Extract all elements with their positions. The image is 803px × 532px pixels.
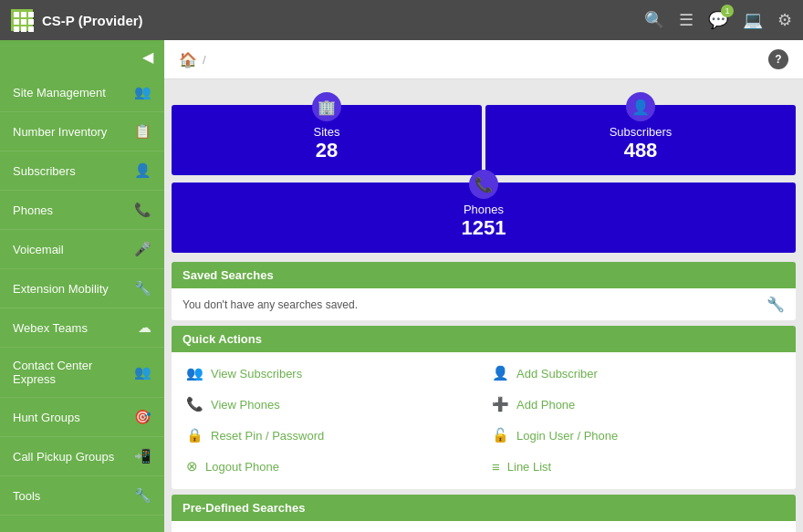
sidebar-icon-subscribers: 👤 xyxy=(134,162,151,179)
sidebar-icon-contact-center-express: 👥 xyxy=(134,364,151,381)
sidebar-label-phones: Phones xyxy=(13,203,134,217)
sidebar-icon-phones: 📞 xyxy=(134,202,151,218)
predef-icon-line-search: ⊞ xyxy=(182,528,194,532)
qa-icon-logout-phone: ⊗ xyxy=(186,458,198,475)
qa-line-list[interactable]: ≡ Line List xyxy=(488,453,785,480)
sidebar-icon-voicemail: 🎤 xyxy=(134,241,151,257)
predefined-searches-section: Pre-Defined Searches ⊞ Line Search ↔ Num… xyxy=(172,495,796,532)
qa-logout-phone[interactable]: ⊗ Logout Phone xyxy=(182,453,479,480)
qa-icon-view-phones: 📞 xyxy=(186,396,203,412)
sidebar-label-contact-center-express: Contact Center Express xyxy=(13,359,134,386)
sidebar-item-subscribers[interactable]: Subscribers 👤 xyxy=(0,151,164,191)
sidebar-label-site-management: Site Management xyxy=(13,86,134,99)
breadcrumb-separator: / xyxy=(203,53,206,67)
qa-add-subscriber[interactable]: 👤 Add Subscriber xyxy=(488,360,785,387)
sidebar-icon-tools: 🔧 xyxy=(134,487,151,504)
saved-searches-body: You don't have any searches saved. 🔧 xyxy=(172,288,796,320)
qa-label-view-subscribers: View Subscribers xyxy=(211,367,302,381)
sidebar-label-number-inventory: Number Inventory xyxy=(13,125,134,139)
qa-label-logout-phone: Logout Phone xyxy=(205,460,279,474)
qa-label-login-user-phone: Login User / Phone xyxy=(516,429,618,443)
sidebar-item-tools[interactable]: Tools 🔧 xyxy=(0,476,164,516)
qa-icon-reset-pin: 🔒 xyxy=(186,427,203,443)
qa-label-add-phone: Add Phone xyxy=(516,398,575,412)
quick-actions-body: 👥 View Subscribers 👤 Add Subscriber 📞 Vi… xyxy=(172,352,796,489)
sidebar-item-hunt-groups[interactable]: Hunt Groups 🎯 xyxy=(0,398,164,437)
sidebar-label-hunt-groups: Hunt Groups xyxy=(13,411,134,424)
qa-icon-add-subscriber: 👤 xyxy=(492,365,509,381)
sidebar-item-webex-teams[interactable]: Webex Teams ☁ xyxy=(0,308,164,348)
sidebar-label-tools: Tools xyxy=(13,489,134,503)
tile-sites-label: Sites xyxy=(314,125,340,139)
sidebar-icon-extension-mobility: 🔧 xyxy=(134,280,151,297)
qa-icon-line-list: ≡ xyxy=(492,459,500,475)
tile-sites-count: 28 xyxy=(316,139,338,162)
predefined-searches-body: ⊞ Line Search ↔ Numbers List xyxy=(172,521,796,532)
sidebar-item-phones[interactable]: Phones 📞 xyxy=(0,191,164,230)
sidebar-icon-site-management: 👥 xyxy=(134,84,151,100)
tile-phones-label: Phones xyxy=(464,203,504,216)
list-icon[interactable]: ☰ xyxy=(679,10,694,30)
qa-icon-view-subscribers: 👥 xyxy=(186,365,203,381)
sidebar-label-voicemail: Voicemail xyxy=(13,243,134,256)
sidebar-item-extension-mobility[interactable]: Extension Mobility 🔧 xyxy=(0,269,164,308)
quick-actions-header: Quick Actions xyxy=(172,326,796,352)
tiles-wrapper: 🏢 Sites 28 👤 Subscribers 488 📞 Phones 12… xyxy=(164,98,803,256)
qa-view-phones[interactable]: 📞 View Phones xyxy=(182,391,479,418)
qa-label-view-phones: View Phones xyxy=(211,398,280,412)
help-icon[interactable]: ? xyxy=(768,49,788,69)
sidebar-icon-webex-teams: ☁ xyxy=(138,319,151,336)
sidebar-item-voicemail[interactable]: Voicemail 🎤 xyxy=(0,230,164,269)
tile-phones[interactable]: 📞 Phones 1251 xyxy=(172,183,796,253)
tile-phones-icon: 📞 xyxy=(469,170,498,199)
qa-label-line-list: Line List xyxy=(507,460,551,474)
tile-subscribers-icon: 👤 xyxy=(626,92,655,121)
breadcrumb-left: 🏠 / xyxy=(179,51,206,68)
predef-line-search[interactable]: ⊞ Line Search xyxy=(182,528,265,532)
tile-subscribers-count: 488 xyxy=(624,139,658,162)
search-icon[interactable]: 🔍 xyxy=(644,10,664,30)
predef-icon-numbers-list: ↔ xyxy=(283,529,297,533)
main-layout: ◀ Site Management 👥 Number Inventory 📋 S… xyxy=(0,40,803,532)
sidebar-item-call-pickup-groups[interactable]: Call Pickup Groups 📲 xyxy=(0,437,164,476)
breadcrumb-bar: 🏠 / ? xyxy=(164,40,803,79)
sidebar-icon-number-inventory: 📋 xyxy=(134,123,151,140)
app-title: CS-P (Provider) xyxy=(42,13,635,28)
sidebar-item-site-management[interactable]: Site Management 👥 xyxy=(0,73,164,112)
sidebar-item-contact-center-express[interactable]: Contact Center Express 👥 xyxy=(0,348,164,398)
app-icon xyxy=(11,9,33,31)
tile-sites[interactable]: 🏢 Sites 28 xyxy=(172,105,482,175)
sidebar-toggle[interactable]: ◀ xyxy=(0,40,164,73)
settings-icon[interactable]: ⚙ xyxy=(777,10,792,30)
tile-subscribers-label: Subscribers xyxy=(610,125,673,139)
home-icon[interactable]: 🏠 xyxy=(179,51,197,68)
qa-icon-login-user-phone: 🔓 xyxy=(492,427,509,443)
predef-numbers-list[interactable]: ↔ Numbers List xyxy=(283,528,374,532)
sidebar-item-number-inventory[interactable]: Number Inventory 📋 xyxy=(0,112,164,151)
saved-searches-wrench[interactable]: 🔧 xyxy=(766,296,785,313)
saved-searches-empty: You don't have any searches saved. xyxy=(182,298,358,311)
sidebar-label-subscribers: Subscribers xyxy=(13,164,134,178)
sidebar: ◀ Site Management 👥 Number Inventory 📋 S… xyxy=(0,40,164,532)
saved-searches-header: Saved Searches xyxy=(172,262,796,288)
qa-add-phone[interactable]: ➕ Add Phone xyxy=(488,391,785,418)
qa-view-subscribers[interactable]: 👥 View Subscribers xyxy=(182,360,479,387)
tile-phones-count: 1251 xyxy=(462,216,506,240)
monitor-icon[interactable]: 💻 xyxy=(743,10,763,30)
qa-label-reset-pin: Reset Pin / Password xyxy=(211,429,324,443)
collapse-icon: ◀ xyxy=(142,48,153,66)
sidebar-icon-call-pickup-groups: 📲 xyxy=(134,448,151,464)
qa-login-user-phone[interactable]: 🔓 Login User / Phone xyxy=(488,422,785,449)
qa-reset-pin[interactable]: 🔒 Reset Pin / Password xyxy=(182,422,479,449)
sidebar-label-extension-mobility: Extension Mobility xyxy=(13,282,134,296)
qa-label-add-subscriber: Add Subscriber xyxy=(516,367,598,381)
sidebar-label-webex-teams: Webex Teams xyxy=(13,321,138,335)
tile-sites-icon: 🏢 xyxy=(312,92,341,121)
chat-badge: 1 xyxy=(721,5,734,17)
content-area: 🏠 / ? 🏢 Sites 28 👤 Subscribers 488 xyxy=(164,40,803,532)
header-icons: 🔍 ☰ 💬 1 💻 ⚙ xyxy=(644,10,792,30)
tile-subscribers[interactable]: 👤 Subscribers 488 xyxy=(485,105,796,175)
top-header: CS-P (Provider) 🔍 ☰ 💬 1 💻 ⚙ xyxy=(0,0,803,40)
chat-icon[interactable]: 💬 1 xyxy=(708,10,728,30)
predefined-searches-header: Pre-Defined Searches xyxy=(172,495,796,521)
